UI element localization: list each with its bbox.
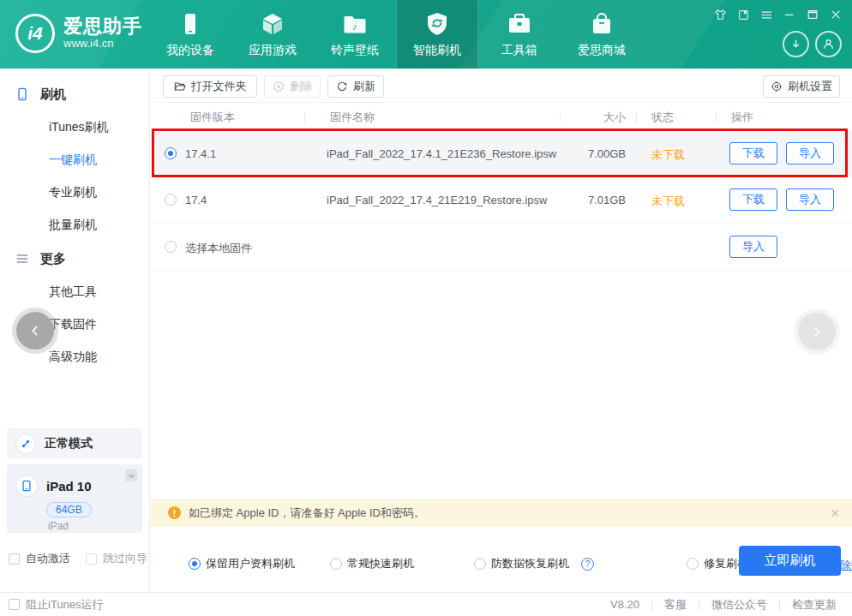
- next-page-button[interactable]: [798, 313, 836, 350]
- app-window: i4 爱思助手 www.i4.cn 我的设备 应用游戏 ♪: [0, 0, 852, 616]
- local-firmware-label: 选择本地固件: [185, 241, 252, 256]
- block-itunes-option[interactable]: 阻止iTunes运行: [9, 597, 104, 613]
- account-icon[interactable]: [815, 31, 842, 57]
- tab-ringtones-wallpapers[interactable]: ♪ 铃声壁纸: [314, 0, 396, 69]
- app-title: 爱思助手: [63, 16, 142, 37]
- support-link[interactable]: 客服: [664, 597, 687, 613]
- device-name: iPad 10: [46, 479, 92, 493]
- close-icon[interactable]: [829, 8, 843, 21]
- local-firmware-row[interactable]: 选择本地固件 导入: [151, 224, 852, 271]
- import-firmware-button[interactable]: 导入: [729, 236, 777, 258]
- cube-icon: [260, 11, 285, 37]
- auto-activate-option[interactable]: 自动激活: [9, 551, 70, 566]
- prev-page-button[interactable]: [16, 312, 54, 350]
- sidebar-item-itunes-flash[interactable]: iTunes刷机: [0, 111, 149, 144]
- section-label: 更多: [40, 251, 66, 267]
- option-anti-recovery-flash[interactable]: 防数据恢复刷机 ?: [474, 556, 594, 571]
- tab-apps-games[interactable]: 应用游戏: [231, 0, 314, 69]
- wechat-link[interactable]: 微信公众号: [711, 597, 767, 613]
- flash-now-button[interactable]: 立即刷机: [739, 546, 841, 576]
- button-label: 刷新: [353, 79, 375, 94]
- auto-activate-checkbox[interactable]: [9, 553, 20, 565]
- tab-store[interactable]: 爱思商城: [561, 0, 643, 69]
- sidebar-item-pro-flash[interactable]: 专业刷机: [0, 176, 149, 209]
- tab-label: 爱思商城: [578, 43, 626, 58]
- firmware-status: 未下载: [651, 147, 685, 163]
- sidebar-section-flash[interactable]: 刷机: [0, 77, 149, 111]
- option-radio[interactable]: [687, 558, 699, 570]
- firmware-radio[interactable]: [165, 194, 177, 206]
- phone-icon: [15, 87, 29, 101]
- tab-label: 应用游戏: [249, 43, 297, 58]
- sidebar-item-advanced[interactable]: 高级功能: [0, 341, 149, 374]
- option-label: 防数据恢复刷机: [491, 556, 569, 571]
- block-itunes-checkbox[interactable]: [9, 599, 20, 610]
- apple-id-notice: ! 如已绑定 Apple ID，请准备好 Apple ID和密码。 ✕: [151, 499, 852, 526]
- col-version: 固件版本: [190, 110, 235, 125]
- option-radio[interactable]: [330, 558, 342, 570]
- firmware-filename: iPad_Fall_2022_17.4.1_21E236_Restore.ips…: [327, 147, 556, 160]
- ringtone-folder-icon: ♪: [342, 11, 368, 37]
- col-status: 状态: [651, 110, 674, 125]
- firmware-toolbar: 打开文件夹 删除 刷新 刷机设置: [151, 69, 852, 103]
- firmware-row[interactable]: 17.4.1 iPad_Fall_2022_17.4.1_21E236_Rest…: [151, 130, 852, 176]
- firmware-radio[interactable]: [165, 147, 177, 159]
- notice-close-icon[interactable]: ✕: [830, 506, 840, 520]
- tab-label: 我的设备: [166, 43, 214, 58]
- firmware-size: 7.01GB: [545, 194, 626, 206]
- tab-my-device[interactable]: 我的设备: [149, 0, 231, 69]
- tab-label: 铃声壁纸: [331, 43, 379, 58]
- toolbox-icon: [507, 11, 532, 37]
- maximize-icon[interactable]: [806, 8, 819, 21]
- version-label: V8.20: [610, 598, 639, 611]
- table-header: 固件版本 固件名称 大小 状态 操作: [151, 103, 852, 130]
- option-radio[interactable]: [189, 558, 201, 570]
- footer-links: V8.20 客服 微信公众号 检查更新: [610, 597, 837, 613]
- skip-setup-option[interactable]: 跳过向导: [86, 551, 147, 566]
- download-firmware-button[interactable]: 下载: [729, 188, 777, 211]
- tab-toolbox[interactable]: 工具箱: [478, 0, 561, 69]
- main-nav: 我的设备 应用游戏 ♪ 铃声壁纸 智能刷机: [149, 0, 643, 69]
- menu-icon[interactable]: [759, 8, 773, 21]
- refresh-button[interactable]: 刷新: [327, 75, 384, 98]
- firmware-radio[interactable]: [165, 241, 177, 253]
- skip-setup-checkbox[interactable]: [86, 553, 97, 565]
- firmware-status: 未下载: [651, 194, 685, 209]
- download-firmware-button[interactable]: 下载: [729, 142, 777, 164]
- checkbox-label: 自动激活: [26, 551, 70, 566]
- device-capacity-badge: 64GB: [46, 502, 92, 517]
- col-name: 固件名称: [330, 110, 375, 125]
- option-label: 保留用户资料刷机: [206, 556, 295, 571]
- option-radio[interactable]: [474, 558, 486, 570]
- check-update-link[interactable]: 检查更新: [792, 597, 837, 613]
- device-type: iPad: [48, 520, 142, 532]
- flash-settings-button[interactable]: 刷机设置: [763, 75, 840, 98]
- option-keep-user-data[interactable]: 保留用户资料刷机: [189, 556, 295, 571]
- tab-smart-flash[interactable]: 智能刷机: [396, 0, 478, 69]
- import-firmware-button[interactable]: 导入: [786, 142, 834, 164]
- sidebar-item-one-click-flash[interactable]: 一键刷机: [0, 144, 149, 176]
- header-quick-actions: [783, 31, 842, 57]
- firmware-version: 17.4.1: [185, 147, 216, 160]
- warning-icon: !: [168, 506, 181, 519]
- firmware-row[interactable]: 17.4 iPad_Fall_2022_17.4_21E219_Restore.…: [151, 176, 852, 223]
- open-folder-button[interactable]: 打开文件夹: [163, 75, 257, 98]
- delete-button[interactable]: 删除: [264, 75, 321, 98]
- import-firmware-button[interactable]: 导入: [786, 188, 834, 211]
- device-mode-card[interactable]: 正常模式: [7, 428, 142, 459]
- device-dropdown-icon[interactable]: [125, 469, 137, 481]
- minimize-icon[interactable]: [783, 8, 796, 21]
- sidebar-item-batch-flash[interactable]: 批量刷机: [0, 209, 149, 242]
- sidebar-item-other-tools[interactable]: 其他工具: [0, 276, 149, 308]
- sidebar-section-more[interactable]: 更多: [0, 242, 149, 276]
- skin-icon[interactable]: [713, 8, 727, 21]
- app-header: i4 爱思助手 www.i4.cn 我的设备 应用游戏 ♪: [0, 0, 852, 69]
- device-card[interactable]: iPad 10 64GB iPad: [7, 464, 142, 533]
- device-icon: [177, 11, 203, 37]
- card-icon[interactable]: [736, 8, 750, 21]
- help-icon[interactable]: ?: [581, 558, 594, 571]
- download-manager-icon[interactable]: [783, 31, 809, 57]
- svg-text:♪: ♪: [352, 21, 357, 32]
- option-quick-flash[interactable]: 常规快速刷机: [330, 556, 414, 571]
- firmware-size: 7.00GB: [545, 147, 626, 160]
